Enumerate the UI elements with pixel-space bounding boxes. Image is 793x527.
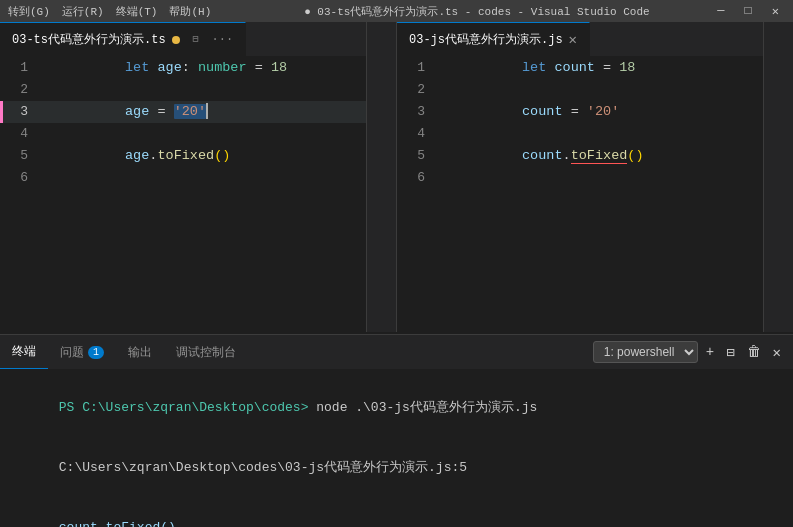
right-line-number-5: 5 xyxy=(397,145,437,167)
terminal-command: node .\03-js代码意外行为演示.js xyxy=(316,400,537,415)
left-tabbar: 03-ts代码意外行为演示.ts ⊟ ··· xyxy=(0,22,366,57)
minimap-left xyxy=(366,22,396,332)
panel-tabs: 终端 问题 1 输出 调试控制台 1: powershell 2: bash +… xyxy=(0,335,793,370)
window-controls[interactable]: ─ □ ✕ xyxy=(711,4,785,19)
dirty-indicator xyxy=(172,36,180,44)
terminal-selector[interactable]: 1: powershell 2: bash xyxy=(593,341,698,363)
minimize-button[interactable]: ─ xyxy=(711,4,730,19)
line-number-3: 3 xyxy=(0,101,40,123)
right-line-number-4: 4 xyxy=(397,123,437,145)
terminal-tab[interactable]: 终端 xyxy=(0,335,48,369)
line-content-3: age = '20' xyxy=(40,79,366,145)
line-number-4: 4 xyxy=(0,123,40,145)
problems-tab-label: 问题 xyxy=(60,344,84,361)
right-code-line-3: 3 count = '20' xyxy=(397,101,763,123)
menu-goto[interactable]: 转到(G) xyxy=(8,4,50,19)
code-line-1: 1 let age: number = 18 xyxy=(0,57,366,79)
right-line-content-5: count.toFixed() xyxy=(437,123,763,189)
right-code-line-1: 1 let count = 18 xyxy=(397,57,763,79)
right-line-number-3: 3 xyxy=(397,101,437,123)
split-editor-icon[interactable]: ⊟ xyxy=(188,35,204,45)
kill-terminal-button[interactable]: 🗑 xyxy=(743,342,765,362)
right-editor-pane: 03-js代码意外行为演示.js ✕ 1 let count = 18 2 3 xyxy=(396,22,763,332)
problems-badge: 1 xyxy=(88,346,104,359)
left-tab-ts[interactable]: 03-ts代码意外行为演示.ts ⊟ ··· xyxy=(0,22,246,56)
line-number-1: 1 xyxy=(0,57,40,79)
terminal-line-1: PS C:\Users\zqran\Desktop\codes> node .\… xyxy=(12,378,781,438)
new-terminal-button[interactable]: + xyxy=(702,342,718,362)
editor-container: 03-ts代码意外行为演示.ts ⊟ ··· 1 let age: number… xyxy=(0,22,793,332)
output-tab-label: 输出 xyxy=(128,344,152,361)
output-tab[interactable]: 输出 xyxy=(116,335,164,369)
debug-console-tab-label: 调试控制台 xyxy=(176,344,236,361)
right-line-number-2: 2 xyxy=(397,79,437,101)
right-tabbar: 03-js代码意外行为演示.js ✕ xyxy=(397,22,763,57)
right-tab-close[interactable]: ✕ xyxy=(569,31,577,48)
panel-tabs-left: 终端 问题 1 输出 调试控制台 xyxy=(0,335,248,369)
line-accent xyxy=(0,101,3,123)
right-code-area[interactable]: 1 let count = 18 2 3 count = '20' 4 xyxy=(397,57,763,332)
panel-tabs-right: 1: powershell 2: bash + ⊟ 🗑 ✕ xyxy=(593,335,793,369)
terminal-filepath: C:\Users\zqran\Desktop\codes\03-js代码意外行为… xyxy=(59,460,467,475)
close-panel-button[interactable]: ✕ xyxy=(769,342,785,363)
more-actions-icon[interactable]: ··· xyxy=(212,33,234,47)
line-number-2: 2 xyxy=(0,79,40,101)
menu-terminal[interactable]: 终端(T) xyxy=(116,4,158,19)
menu-help[interactable]: 帮助(H) xyxy=(169,4,211,19)
terminal-code-line: count.toFixed() xyxy=(59,520,176,527)
debug-console-tab[interactable]: 调试控制台 xyxy=(164,335,248,369)
line-number-5: 5 xyxy=(0,145,40,167)
right-tab-js[interactable]: 03-js代码意外行为演示.js ✕ xyxy=(397,22,590,56)
problems-tab[interactable]: 问题 1 xyxy=(48,335,116,369)
left-code-area[interactable]: 1 let age: number = 18 2 3 age = '20' 4 xyxy=(0,57,366,332)
titlebar: 转到(G) 运行(R) 终端(T) 帮助(H) ● 03-ts代码意外行为演示.… xyxy=(0,0,793,22)
split-terminal-button[interactable]: ⊟ xyxy=(722,342,738,363)
code-line-3[interactable]: 3 age = '20' xyxy=(0,101,366,123)
minimap-right xyxy=(763,22,793,332)
close-button[interactable]: ✕ xyxy=(766,4,785,19)
right-tab-label: 03-js代码意外行为演示.js xyxy=(409,31,563,48)
menu-bar[interactable]: 转到(G) 运行(R) 终端(T) 帮助(H) xyxy=(8,4,242,19)
terminal-content[interactable]: PS C:\Users\zqran\Desktop\codes> node .\… xyxy=(0,370,793,527)
terminal-tab-label: 终端 xyxy=(12,343,36,360)
left-editor-pane: 03-ts代码意外行为演示.ts ⊟ ··· 1 let age: number… xyxy=(0,22,366,332)
line-number-6: 6 xyxy=(0,167,40,189)
window-title: ● 03-ts代码意外行为演示.ts - codes - Visual Stud… xyxy=(242,4,711,19)
code-line-5: 5 age.toFixed() xyxy=(0,145,366,167)
left-tab-label: 03-ts代码意外行为演示.ts xyxy=(12,31,166,48)
right-line-number-1: 1 xyxy=(397,57,437,79)
menu-run[interactable]: 运行(R) xyxy=(62,4,104,19)
right-line-number-6: 6 xyxy=(397,167,437,189)
bottom-panel: 终端 问题 1 输出 调试控制台 1: powershell 2: bash +… xyxy=(0,334,793,527)
terminal-line-2: C:\Users\zqran\Desktop\codes\03-js代码意外行为… xyxy=(12,438,781,498)
maximize-button[interactable]: □ xyxy=(739,4,758,19)
right-code-line-5: 5 count.toFixed() xyxy=(397,145,763,167)
terminal-prompt: PS C:\Users\zqran\Desktop\codes> xyxy=(59,400,316,415)
terminal-line-3: count.toFixed() xyxy=(12,498,781,527)
